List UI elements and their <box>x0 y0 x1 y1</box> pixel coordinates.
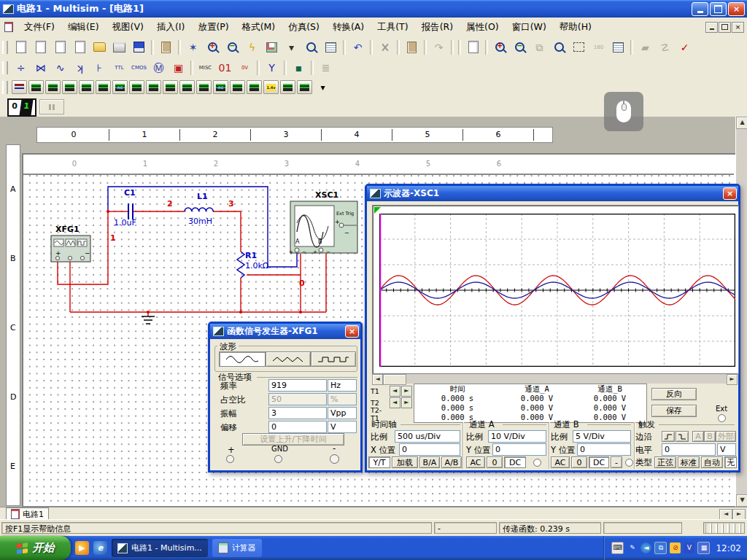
tab-scroll-right-icon[interactable]: ► <box>732 509 746 520</box>
mdi-restore-button[interactable] <box>719 22 731 33</box>
eraser-button[interactable]: ▰ <box>636 39 654 56</box>
diode-group-button[interactable]: ⊦ <box>90 59 109 77</box>
network-analyzer-button[interactable] <box>230 80 245 94</box>
capacitor-c1[interactable] <box>128 203 133 219</box>
agilent-function-generator-button[interactable] <box>247 80 262 94</box>
reverse-button[interactable]: 反向 <box>651 388 697 400</box>
design-bar-button[interactable] <box>12 39 30 56</box>
multimeter-button[interactable] <box>12 80 27 94</box>
mdi-close-button[interactable]: × <box>732 22 744 33</box>
sheet-tab[interactable]: 电路1 <box>6 508 49 520</box>
scope-scroll-right-icon[interactable]: ► <box>727 374 738 385</box>
menu-item-1[interactable]: 编辑(E) <box>61 19 106 36</box>
rise-fall-button[interactable]: 设置上升/下降时间 <box>242 433 344 446</box>
list-view-button[interactable] <box>609 39 627 56</box>
cursor-right-icon[interactable]: ► <box>401 386 412 397</box>
gnd-terminal[interactable] <box>274 455 282 463</box>
zoom-out-2-button[interactable]: − <box>511 39 529 56</box>
tektronix-oscilloscope-button[interactable] <box>280 80 295 94</box>
spectrum-analyzer-button[interactable]: AG <box>213 80 228 94</box>
component-wizard-button[interactable]: ✶ <box>184 39 202 56</box>
xfg1-instrument[interactable]: + − <box>51 236 90 262</box>
bode-plotter-button[interactable] <box>96 80 111 94</box>
scope-scroll-thumb[interactable] <box>383 374 406 385</box>
channel-b-terminal[interactable] <box>625 459 633 467</box>
zoom-in-button[interactable]: + <box>204 39 222 56</box>
internet-explorer-icon[interactable]: e <box>93 541 107 555</box>
oscilloscope-dialog[interactable]: 示波器-XSC1 × ◄ ► T1◄►T2◄►T2-T1 时间通道_A通道_B0… <box>365 184 740 472</box>
function-generator-button[interactable] <box>28 80 44 94</box>
oscilloscope-button[interactable] <box>62 80 77 94</box>
funcgen-title-bar[interactable]: 函数信号发生器-XFG1 <box>210 324 360 339</box>
trigger-b-button[interactable]: B <box>704 431 716 442</box>
language-bar-icon[interactable]: ◄ <box>640 542 651 553</box>
channel-a-scale-input[interactable]: 10 V/Div <box>488 430 546 443</box>
logic-converter-button[interactable] <box>163 80 178 94</box>
menu-item-0[interactable]: 文件(F) <box>18 19 61 36</box>
zoom-in-2-button[interactable]: + <box>491 39 509 56</box>
start-button[interactable]: 开始 <box>0 536 71 560</box>
channel-b-zero-button[interactable]: 0 <box>571 456 587 468</box>
antivirus-icon[interactable]: V <box>684 542 694 553</box>
run-simulation-button[interactable]: ϟ <box>243 39 261 56</box>
add-button[interactable]: 加载 <box>392 456 418 468</box>
zoom-page-button[interactable] <box>550 39 568 56</box>
restore-button[interactable] <box>710 2 727 16</box>
erc-check-button[interactable]: ✓ <box>676 39 694 56</box>
timebase-scale-input[interactable]: 500 us/Div <box>395 430 460 443</box>
cursor-right-icon[interactable]: ► <box>401 397 412 408</box>
ab-button[interactable]: A/B <box>441 456 462 468</box>
wattmeter-button[interactable] <box>45 80 61 94</box>
sine-wave-button[interactable] <box>219 351 266 367</box>
channel-b-scale-input[interactable]: 5 V/Div <box>573 430 631 443</box>
scope-title-bar[interactable]: 示波器-XSC1 <box>367 186 738 201</box>
instruments-dropdown-button[interactable]: ▾ <box>314 79 332 96</box>
task-button-multisim[interactable]: 电路1 - Multisim... <box>112 539 208 557</box>
voltage-level-button[interactable]: 1.4v <box>263 80 279 94</box>
trigger-level-input[interactable]: 0 <box>662 443 716 456</box>
channel-a-dc-button[interactable]: DC <box>504 456 526 468</box>
minus-terminal[interactable] <box>330 454 339 464</box>
funcgen-value-input[interactable]: 0 <box>268 421 327 433</box>
plus-terminal[interactable] <box>226 455 234 463</box>
ttl-group-button[interactable]: TTL <box>110 59 128 77</box>
triangle-wave-button[interactable] <box>266 351 311 367</box>
probe-button[interactable]: ☡ <box>656 39 674 56</box>
menu-item-5[interactable]: 格式(M) <box>236 19 282 36</box>
inductor-l1[interactable] <box>185 208 213 211</box>
menu-item-4[interactable]: 放置(P) <box>191 19 235 36</box>
undo-button[interactable]: ↶ <box>349 39 367 56</box>
trigger-type-normal-button[interactable]: 标准 <box>678 456 700 468</box>
grapher-button[interactable] <box>263 39 281 56</box>
logic-analyzer-button[interactable] <box>146 80 161 94</box>
menu-item-7[interactable]: 转换(A) <box>326 19 371 36</box>
motor-group-button[interactable]: Ⓜ <box>150 59 168 77</box>
function-generator-dialog[interactable]: 函数信号发生器-XFG1 × 波形 信号选项 频率919Hz占空比50%振幅3V… <box>208 322 363 472</box>
four-channel-oscilloscope-button[interactable] <box>79 80 94 94</box>
channel-a-ac-button[interactable]: AC <box>466 456 485 468</box>
scroll-down-icon[interactable]: ▼ <box>736 494 747 507</box>
alert-icon[interactable]: ⊘ <box>670 542 681 553</box>
trigger-type-none-button[interactable]: 无 <box>724 456 737 468</box>
save-button[interactable]: 保存 <box>651 405 697 417</box>
menu-item-11[interactable]: 窗口(W) <box>506 19 553 36</box>
trigger-type-sing-button[interactable]: 正弦 <box>654 456 676 468</box>
channel-b-minus-button[interactable]: - <box>611 456 622 468</box>
funcgen-value-input[interactable]: 50 <box>268 393 327 405</box>
word-generator-button[interactable] <box>129 80 144 94</box>
export-button[interactable] <box>31 39 50 56</box>
funcgen-value-input[interactable]: 3 <box>268 407 327 419</box>
cursor-left-icon[interactable]: ◄ <box>390 397 400 408</box>
resistor-r1[interactable] <box>237 252 244 278</box>
redo-button[interactable]: ↷ <box>430 39 448 56</box>
menu-item-2[interactable]: 视图(V) <box>106 19 150 36</box>
media-player-icon[interactable]: ▶ <box>75 541 89 555</box>
funcgen-close-button[interactable]: × <box>345 325 359 338</box>
cursor-left-icon[interactable]: ◄ <box>390 386 400 397</box>
save-button[interactable] <box>130 39 148 56</box>
open-file-button[interactable] <box>90 39 109 56</box>
zoom-area-button[interactable] <box>302 39 320 56</box>
print-preview-button[interactable] <box>51 39 69 56</box>
run-switch[interactable]: 01 <box>7 98 36 117</box>
iv-analyzer-button[interactable] <box>179 80 195 94</box>
